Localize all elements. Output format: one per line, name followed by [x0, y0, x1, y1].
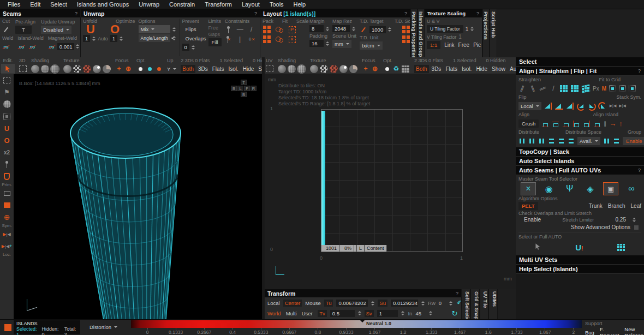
auto-pack-tool[interactable]: [617, 244, 625, 251]
viewport-uv[interactable]: mm Distribute to tiles: ONTarget TD: 100…: [265, 74, 516, 289]
update-unwrap-dropdown[interactable]: Disabled: [41, 26, 71, 34]
fill-button[interactable]: Fill: [208, 38, 222, 46]
stretch-enable-button[interactable]: Enable: [524, 217, 541, 223]
mode-spinner[interactable]: [172, 27, 176, 32]
distribute-bottom-icon[interactable]: [568, 137, 575, 145]
grid-large-icon[interactable]: [571, 85, 579, 92]
td-target-spinner[interactable]: [388, 27, 391, 32]
su-spinner[interactable]: [421, 301, 425, 306]
auto-unwrap-tool[interactable]: U!: [575, 243, 583, 252]
scale-up-icon[interactable]: P: [288, 25, 296, 34]
grid-small-icon[interactable]: [560, 85, 568, 92]
distribute-right-icon[interactable]: [538, 137, 545, 145]
tab-udims[interactable]: UDIMs: [488, 289, 498, 319]
align-disabled-icon[interactable]: ∥: [604, 121, 606, 127]
shading-solid-icon[interactable]: [31, 65, 39, 73]
refresh-texture-icon[interactable]: ♻: [392, 64, 400, 73]
distribute-space-dropdown[interactable]: Avail.: [577, 137, 600, 145]
visibility-filter-button[interactable]: Isol.: [226, 65, 240, 73]
menu-item[interactable]: Files: [3, 1, 25, 8]
menu-item[interactable]: Unwrap: [134, 1, 164, 8]
help-icon[interactable]: ?: [638, 68, 641, 74]
unpin-icon[interactable]: ×: [225, 35, 232, 44]
td-scale-apply-icon[interactable]: [402, 35, 410, 44]
support-link[interactable]: New Release: [624, 326, 644, 335]
uv-shading-solid-icon[interactable]: [278, 65, 286, 73]
td-target-value[interactable]: 1000: [369, 26, 386, 33]
overlaps-value[interactable]: 0: [182, 44, 189, 51]
align-right-icon[interactable]: [583, 120, 591, 127]
tab-soft-selection[interactable]: Soft Selection: [461, 289, 470, 319]
v-tiling-value[interactable]: 1: [458, 34, 462, 40]
organic-seam-icon[interactable]: Ψ: [562, 182, 577, 195]
crush-button[interactable]: Crush: [518, 119, 539, 128]
box-seam-icon[interactable]: ▣: [603, 182, 618, 195]
trunk-button[interactable]: Trunk: [589, 203, 603, 209]
view-bottom-button[interactable]: B: [241, 92, 247, 97]
tv-value[interactable]: 0.5: [330, 310, 355, 317]
map-rez-spinner[interactable]: [352, 27, 355, 31]
uv-island[interactable]: [321, 111, 325, 251]
pivot-multi-button[interactable]: Multi: [284, 310, 299, 317]
menu-item[interactable]: Tools: [265, 1, 288, 8]
texture-scaling-header[interactable]: Texture Scaling?: [425, 9, 482, 17]
uv-texture-checker-icon[interactable]: [320, 65, 328, 73]
distribute-middle-icon[interactable]: [558, 137, 565, 145]
align-island-h-icon[interactable]: →: [609, 119, 616, 128]
optimize-tool[interactable]: O: [0, 134, 14, 146]
pack-icon[interactable]: [263, 25, 271, 34]
rw-spinner[interactable]: [449, 301, 452, 306]
help-select-section-header[interactable]: Help Select (Islands): [516, 265, 644, 274]
menu-item[interactable]: Help: [289, 1, 311, 8]
uv-shading-wire-icon[interactable]: [288, 65, 296, 73]
free-label[interactable]: Free: [208, 25, 219, 31]
unfold-tool[interactable]: U: [0, 122, 14, 134]
align-center-icon[interactable]: [593, 120, 601, 127]
align-bottom-icon[interactable]: [541, 120, 549, 127]
space-v-icon[interactable]: [613, 137, 620, 145]
visibility-filter-button[interactable]: Hide: [241, 65, 256, 73]
island-weld-icon-2[interactable]: ∞: [28, 42, 36, 51]
links-seam-icon[interactable]: ∞: [624, 182, 639, 195]
pack-plus-icon[interactable]: [263, 35, 271, 44]
pivot-user-button[interactable]: User: [302, 310, 315, 316]
magnet-weld-spinner[interactable]: [76, 44, 79, 49]
auto-select-cursor-tool[interactable]: [534, 243, 541, 252]
flip-vertical-icon[interactable]: [555, 103, 563, 110]
filled-rect-primitive-tool[interactable]: [0, 199, 14, 211]
support-link[interactable]: F. Request: [600, 326, 619, 335]
visibility-filter-button[interactable]: Flats: [211, 65, 226, 73]
menu-item[interactable]: Select: [46, 1, 71, 8]
sv-spinner[interactable]: [401, 311, 404, 315]
uv-texture-distortion-icon[interactable]: [330, 65, 338, 73]
stretch-spinner[interactable]: [633, 218, 636, 222]
menu-item[interactable]: Transform: [200, 1, 236, 8]
branch-button[interactable]: Branch: [608, 203, 625, 209]
fit-grid-2-icon[interactable]: [619, 85, 626, 92]
tab-projections[interactable]: Projections: [482, 9, 490, 57]
rect-primitive-tool[interactable]: [0, 187, 14, 199]
sphere-primitive-tool[interactable]: ⊕: [0, 211, 14, 223]
distribute-center-h-icon[interactable]: [528, 137, 535, 145]
weld-icon[interactable]: ∞: [2, 42, 10, 51]
select-section-header[interactable]: Select: [516, 57, 644, 67]
stretch-limiter-value[interactable]: 0.25: [616, 217, 626, 223]
brush-select-tool[interactable]: ⚑: [0, 86, 14, 98]
help-icon[interactable]: ?: [638, 168, 641, 173]
grid-tilt-icon[interactable]: [582, 84, 591, 93]
pivot-center-button[interactable]: Center: [283, 300, 302, 307]
unfold-iterations[interactable]: 1: [83, 35, 90, 42]
uv-visibility-filter-button[interactable]: Hide: [474, 65, 489, 73]
pivot-mouse-button[interactable]: Mouse: [305, 300, 321, 306]
uv-focus-all-icon[interactable]: +: [362, 64, 369, 73]
tab-script-hub[interactable]: Script Hub: [490, 9, 497, 57]
in-value[interactable]: 45: [415, 310, 421, 316]
pic-button[interactable]: Pic: [473, 42, 481, 48]
align-section-header[interactable]: Align | Straighten | Flip | Fit?: [516, 67, 644, 76]
align-island-v-icon[interactable]: ↑: [619, 119, 623, 128]
view-top-button[interactable]: T: [241, 80, 247, 85]
uv-shading-wireshaded-icon[interactable]: [297, 65, 306, 73]
ratio-1-1-button[interactable]: 1:1: [427, 41, 440, 49]
auto-select-section-header[interactable]: Auto Select Islands: [516, 157, 644, 166]
cut-icon[interactable]: [2, 25, 10, 34]
